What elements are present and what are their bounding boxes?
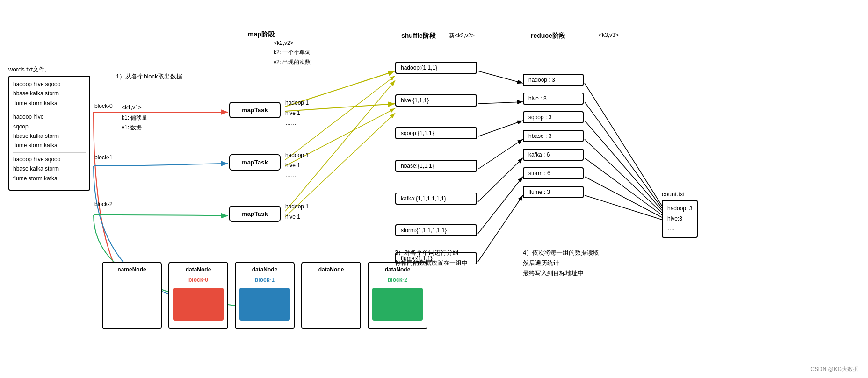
datanode-1-block (239, 288, 290, 321)
map-output-1: hadoop 1 hive 1 …… (285, 98, 309, 128)
datanode-2-block-label: block-2 (372, 276, 423, 283)
shuffle-box-sqoop: sqoop:{1,1,1} (395, 127, 477, 139)
reduce-box-hive: hive : 3 (523, 93, 584, 105)
namenode-label: nameNode (107, 266, 157, 273)
svg-line-17 (478, 195, 523, 262)
maptask-3-label: mapTask (242, 210, 268, 217)
hdfs-datanode-1: dataNode block-1 (235, 262, 295, 329)
shuffle-box-hadoop: hadoop:{1,1,1} (395, 62, 477, 74)
shuffle-box-storm: storm:{1,1,1,1,1,1} (395, 224, 477, 236)
step4-text2: 然后遍历统计 (523, 258, 599, 268)
maptask-2-label: mapTask (242, 159, 268, 166)
datanode-0-block (173, 288, 224, 321)
datanode-1-label: dataNode (239, 266, 290, 273)
step1-annotation: 1）从各个block取出数据 (116, 72, 182, 81)
svg-line-19 (585, 102, 662, 208)
svg-line-24 (585, 195, 662, 220)
reduce-box-flume: flume : 3 (523, 186, 584, 198)
block-label-0: block-0 (94, 103, 113, 109)
map-kv: <k2,v2> (274, 38, 311, 48)
step4-text1: 4）依次将每一组的数据读取 (523, 248, 599, 258)
count-txt-box: hadoop: 3 hive:3 …. (662, 200, 698, 238)
block2-line1: hadoop hive sqoop (13, 155, 86, 164)
block1-line1: hadoop hive (13, 112, 86, 121)
block-1-content: hadoop hive sqoop hbase kafka storm flum… (13, 112, 86, 153)
block1-line4: flume storm kafka (13, 141, 86, 150)
csdn-watermark: CSDN @KG大数据 (810, 365, 859, 373)
hdfs-datanode-2: dataNode block-2 (368, 262, 427, 329)
map-k2-desc: k2: 一个个单词 (274, 48, 311, 57)
block0-line3: flume storm kafka (13, 99, 86, 108)
hdfs-section: nameNode dataNode block-0 dataNode block… (102, 262, 427, 329)
block2-line3: flume storm kafka (13, 174, 86, 183)
step4-annotation: 4）依次将每一组的数据读取 然后遍历统计 最终写入到目标地址中 (523, 248, 599, 278)
hdfs-namenode: nameNode (102, 262, 162, 329)
reduce-box-storm: storm : 6 (523, 167, 584, 179)
block-2-content: hadoop hive sqoop hbase kafka storm flum… (13, 155, 86, 185)
hdfs-datanode-0: dataNode block-0 (168, 262, 228, 329)
svg-line-20 (585, 121, 662, 210)
block0-line2: hbase kafka storm (13, 89, 86, 98)
maptask-1-label: mapTask (242, 107, 268, 114)
maptask-2: mapTask (229, 154, 281, 171)
datanode-0-label: dataNode (173, 266, 224, 273)
maptask-3: mapTask (229, 206, 281, 222)
svg-line-11 (478, 71, 523, 83)
block-label-1: block-1 (94, 154, 113, 161)
count-line1: hadoop: 3 (667, 204, 692, 214)
words-file: words.txt文件, hadoop hive sqoop hbase kaf… (8, 65, 90, 191)
map-output-3: hadoop 1 hive 1 …………… (285, 202, 313, 232)
words-file-label: words.txt文件, (8, 65, 90, 74)
map-stage-label: map阶段 (248, 30, 275, 39)
kv-line1: <k1,v1> (122, 103, 147, 113)
words-block: hadoop hive sqoop hbase kafka storm flum… (8, 76, 90, 191)
shuffle-kv: 新<k2,v2> (449, 32, 475, 40)
reduce-kv: <k3,v3> (599, 32, 619, 38)
count-line2: hive:3 (667, 214, 692, 224)
svg-line-22 (585, 158, 662, 215)
diagram-container: words.txt文件, hadoop hive sqoop hbase kaf… (0, 0, 868, 378)
shuffle-stage-label: shuffle阶段 (401, 32, 436, 40)
step3-annotation: 3）对各个单词进行分组 将相同的数据放置在一组中 (395, 248, 468, 268)
reduce-box-hbase: hbase : 3 (523, 130, 584, 142)
reduce-box-sqoop: sqoop : 3 (523, 111, 584, 123)
block-label-2: block-2 (94, 201, 113, 207)
kv-line3: v1: 数据 (122, 123, 147, 133)
datanode-0-block-label: block-0 (173, 276, 224, 283)
shuffle-box-hbase: hbase:{1,1,1} (395, 160, 477, 172)
block0-line1: hadoop hive sqoop (13, 79, 86, 89)
step3-text2: 将相同的数据放置在一组中 (395, 258, 468, 268)
svg-line-14 (478, 139, 523, 169)
reduce-box-kafka: kafka : 6 (523, 149, 584, 161)
block-0-content: hadoop hive sqoop hbase kafka storm flum… (13, 79, 86, 110)
shuffle-box-kafka: kafka:{1,1,1,1,1,1} (395, 193, 477, 205)
step1-text: 1）从各个block取出数据 (116, 73, 182, 80)
reduce-stage-label: reduce阶段 (531, 32, 565, 40)
count-txt-label: count.txt (662, 191, 685, 198)
svg-line-13 (478, 121, 523, 136)
shuffle-box-hive: hive:{1,1,1} (395, 94, 477, 107)
svg-line-16 (478, 177, 523, 234)
block1-line2: sqoop (13, 122, 86, 131)
kv-line2: k1: 偏移量 (122, 113, 147, 123)
datanode-empty-label: dataNode (306, 266, 356, 273)
svg-line-21 (585, 139, 662, 213)
svg-line-18 (585, 83, 662, 206)
svg-line-15 (478, 158, 523, 202)
datanode-1-block-label: block-1 (239, 276, 290, 283)
map-output-2: hadoop 1 hive 1 …… (285, 150, 309, 181)
block1-line3: hbase kafka storm (13, 131, 86, 141)
datanode-2-block (372, 288, 423, 321)
kv-annotation: <k1,v1> k1: 偏移量 v1: 数据 (122, 103, 147, 133)
count-line3: …. (667, 224, 692, 234)
block2-line2: hbase kafka storm (13, 164, 86, 173)
map-v2-desc: v2: 出现的次数 (274, 57, 311, 67)
hdfs-datanode-empty: dataNode (301, 262, 361, 329)
svg-line-23 (585, 177, 662, 217)
svg-line-12 (478, 102, 523, 104)
reduce-box-hadoop: hadoop : 3 (523, 74, 584, 86)
step4-text3: 最终写入到目标地址中 (523, 268, 599, 278)
maptask-1: mapTask (229, 102, 281, 118)
map-kv-annotation: <k2,v2> k2: 一个个单词 v2: 出现的次数 (274, 38, 311, 67)
step3-text1: 3）对各个单词进行分组 (395, 248, 468, 258)
